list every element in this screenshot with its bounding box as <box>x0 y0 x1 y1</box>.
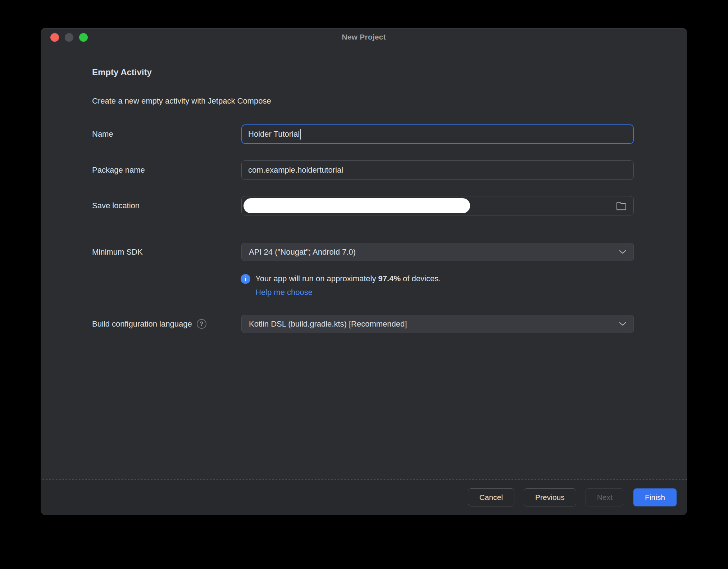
minimum-sdk-selected-value: API 24 ("Nougat"; Android 7.0) <box>249 247 356 257</box>
save-location-row: Save location <box>92 196 634 215</box>
minimize-button <box>65 33 73 42</box>
name-input[interactable]: Holder Tutorial <box>241 124 634 144</box>
build-config-row: Build configuration language ? Kotlin DS… <box>92 315 634 333</box>
save-location-label: Save location <box>92 201 241 210</box>
text-cursor <box>300 129 301 140</box>
name-label: Name <box>92 129 241 139</box>
sdk-coverage-percentage: 97.4% <box>378 274 401 283</box>
page-title: Empty Activity <box>92 67 687 77</box>
close-button[interactable] <box>50 33 59 42</box>
sdk-coverage-text: Your app will run on approximately 97.4%… <box>255 273 441 284</box>
build-config-label: Build configuration language ? <box>92 319 241 329</box>
build-config-selected-value: Kotlin DSL (build.gradle.kts) [Recommend… <box>249 319 407 329</box>
package-name-label: Package name <box>92 165 241 175</box>
package-name-row: Package name com.example.holdertutorial <box>92 160 634 180</box>
window-title: New Project <box>41 28 687 41</box>
sdk-coverage-text-after: of devices. <box>401 274 441 283</box>
dialog-content: Empty Activity Create a new empty activi… <box>41 50 687 479</box>
build-config-dropdown[interactable]: Kotlin DSL (build.gradle.kts) [Recommend… <box>241 315 634 333</box>
chevron-down-icon <box>619 322 626 326</box>
info-icon: i <box>241 274 250 284</box>
sdk-coverage-text-before: Your app will run on approximately <box>255 274 378 283</box>
titlebar: New Project <box>41 28 687 50</box>
help-me-choose-link[interactable]: Help me choose <box>255 287 313 298</box>
sdk-coverage-info: i Your app will run on approximately 97.… <box>241 273 634 284</box>
minimum-sdk-label: Minimum SDK <box>92 247 241 257</box>
finish-button[interactable]: Finish <box>633 488 677 506</box>
package-name-input[interactable]: com.example.holdertutorial <box>241 160 634 180</box>
previous-button[interactable]: Previous <box>524 488 576 506</box>
browse-folder-button[interactable] <box>610 198 632 214</box>
name-input-value: Holder Tutorial <box>248 129 300 139</box>
chevron-down-icon <box>619 250 626 254</box>
next-button[interactable]: Next <box>586 488 624 506</box>
package-name-input-value: com.example.holdertutorial <box>248 165 343 175</box>
build-config-label-text: Build configuration language <box>92 319 192 329</box>
save-location-input[interactable] <box>241 196 634 215</box>
new-project-dialog: New Project Empty Activity Create a new … <box>41 28 687 515</box>
cancel-button[interactable]: Cancel <box>468 488 514 506</box>
help-icon[interactable]: ? <box>197 319 206 329</box>
name-row: Name Holder Tutorial <box>92 124 634 144</box>
minimum-sdk-dropdown[interactable]: API 24 ("Nougat"; Android 7.0) <box>241 243 634 261</box>
page-subtitle: Create a new empty activity with Jetpack… <box>92 96 634 106</box>
dialog-footer: Cancel Previous Next Finish <box>41 479 687 515</box>
minimum-sdk-row: Minimum SDK API 24 ("Nougat"; Android 7.… <box>92 243 634 261</box>
screenshot-canvas: New Project Empty Activity Create a new … <box>0 0 728 569</box>
save-location-redacted-value <box>244 198 470 213</box>
zoom-button[interactable] <box>79 33 88 42</box>
traffic-lights <box>50 33 88 42</box>
folder-icon <box>616 201 627 211</box>
